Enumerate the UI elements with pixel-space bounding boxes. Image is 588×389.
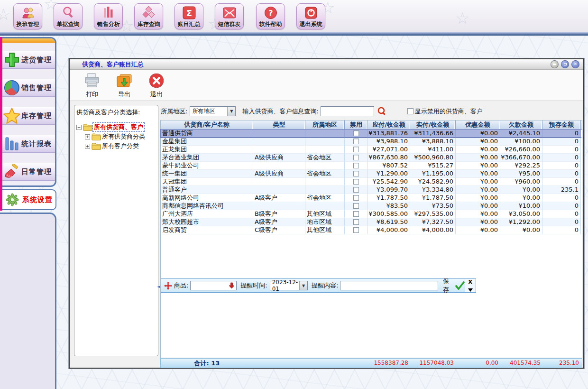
cell-name: 统一集团 xyxy=(161,170,253,178)
save-button[interactable]: 保存 xyxy=(443,277,455,294)
disable-checkbox[interactable] xyxy=(353,203,359,209)
cell-discount: ¥0.00 xyxy=(456,186,500,194)
expand-icon[interactable]: + xyxy=(85,134,90,139)
chevron-down-icon[interactable]: ▼ xyxy=(227,107,235,116)
disable-checkbox[interactable] xyxy=(353,171,359,176)
sidebar-item-4[interactable]: 统计报表 xyxy=(2,135,55,153)
cell-prepaid: 0 xyxy=(542,154,581,162)
cell-disabled xyxy=(345,226,368,234)
close-button[interactable]: ✕ xyxy=(571,60,579,68)
column-header[interactable]: 供货商/客户名称 xyxy=(161,120,253,129)
search-input[interactable] xyxy=(321,106,374,116)
disable-checkbox[interactable] xyxy=(353,155,359,160)
column-header[interactable]: 预存金额 xyxy=(542,120,581,129)
product-input[interactable] xyxy=(190,281,237,290)
sidebar-item-5[interactable]: 日常管理 xyxy=(2,163,55,181)
disable-checkbox[interactable] xyxy=(353,227,359,233)
top-button-6[interactable]: 短信群发 xyxy=(215,3,244,29)
show-disabled-checkbox[interactable] xyxy=(407,108,413,114)
popup-collapse-icon[interactable] xyxy=(468,288,473,292)
top-button-4[interactable]: 库存查询 xyxy=(134,3,163,29)
table-row[interactable]: 普通供货商¥313,881.76¥311,436.66¥0.00¥2,445.1… xyxy=(161,130,582,138)
product-label: 商品: xyxy=(174,281,188,290)
top-button-3[interactable]: 销售分析 xyxy=(94,3,123,29)
sidebar-item-1[interactable]: 进货管理 xyxy=(2,51,55,69)
chevron-down-icon[interactable]: ▼ xyxy=(299,281,307,290)
disable-checkbox[interactable] xyxy=(353,219,359,225)
splitter-arrow-icon[interactable]: ◄ xyxy=(157,284,160,289)
cell-disabled xyxy=(345,154,368,162)
cell-region: 省会地区 xyxy=(305,154,345,162)
disable-checkbox[interactable] xyxy=(353,147,359,152)
table-row[interactable]: 商都信息网络咨讯公司¥83.50¥73.50¥0.00¥10.000 xyxy=(161,202,582,210)
reminder-date-select[interactable]: 2023-12-01 ▼ xyxy=(270,281,308,290)
table-row[interactable]: 统一集团A级供应商省会地区¥1,290.00¥1,195.00¥0.00¥95.… xyxy=(161,170,582,178)
table-row[interactable]: 普通客户¥3,099.70¥3,334.80¥0.00¥0.00235.1 xyxy=(161,186,582,194)
cell-discount: ¥0.00 xyxy=(456,154,500,162)
exit-button[interactable]: 退出 xyxy=(143,70,170,101)
cell-type xyxy=(253,178,305,186)
sidebar-item-3[interactable]: 库存管理 xyxy=(2,107,55,125)
table-row[interactable]: 天冠集团¥25,542.90¥24,582.90¥0.00¥960.000 xyxy=(161,178,582,186)
sidebar-item-system-settings[interactable]: 系统设置 xyxy=(2,189,56,210)
cell-payable: ¥27,071.00 xyxy=(368,146,410,154)
table-row[interactable]: 郑大校园超市A级客户地市区域¥8,619.50¥7,327.50¥0.00¥1,… xyxy=(161,218,582,226)
table-row[interactable]: 广州大酒店B级客户其他区域¥300,585.00¥297,535.00¥0.00… xyxy=(161,210,582,218)
tree-child-node-1[interactable]: +所有供货商分类 xyxy=(85,132,156,141)
column-header[interactable]: 欠款金额 xyxy=(500,120,542,129)
table-row[interactable]: 茅台酒业集团A级供应商省会地区¥867,630.80¥500,960.80¥0.… xyxy=(161,154,582,162)
move-cross-icon[interactable] xyxy=(164,282,172,290)
table-row[interactable]: 蒙牛奶业公司¥807.52¥515.27¥0.00¥292.250 xyxy=(161,162,582,170)
sms-icon xyxy=(215,6,243,20)
column-header[interactable]: 禁用 xyxy=(345,120,368,129)
column-header[interactable]: 实付/收金额 xyxy=(410,120,456,129)
top-button-2[interactable]: 单据查询 xyxy=(54,3,83,29)
disable-checkbox[interactable] xyxy=(353,130,359,136)
disable-checkbox[interactable] xyxy=(353,187,359,193)
table-row[interactable]: 高新网络公司A级客户省会地区¥1,787.50¥1,787.50¥0.00¥0.… xyxy=(161,194,582,202)
sidebar-item-2[interactable]: 销售管理 xyxy=(2,79,55,97)
green-check-icon[interactable] xyxy=(455,281,465,290)
top-button-1[interactable]: 换班管理 xyxy=(13,3,42,29)
disable-checkbox[interactable] xyxy=(353,179,359,185)
folder-icon xyxy=(92,143,101,150)
popup-close-icon[interactable]: X xyxy=(469,279,472,285)
top-button-5[interactable]: Σ账目汇总 xyxy=(175,3,203,29)
window-titlebar: 供货商、客户账目汇总 ▬ ✕ xyxy=(70,59,583,70)
cell-debt: ¥2,445.10 xyxy=(500,130,542,138)
star-icon xyxy=(2,108,21,124)
tree-child-node-2[interactable]: +所有客户分类 xyxy=(85,141,156,151)
cell-type xyxy=(253,202,305,210)
region-select[interactable]: 所有地区 ▼ xyxy=(190,106,236,116)
disable-checkbox[interactable] xyxy=(353,195,359,201)
column-header[interactable]: 优惠金额 xyxy=(456,120,500,129)
search-red-icon[interactable] xyxy=(377,107,386,116)
disable-checkbox[interactable] xyxy=(353,211,359,217)
expand-icon[interactable]: + xyxy=(85,144,90,149)
disable-checkbox[interactable] xyxy=(353,139,359,144)
minimize-button[interactable]: ▬ xyxy=(551,60,559,68)
top-button-7[interactable]: ?软件帮助 xyxy=(256,3,285,29)
cell-disabled xyxy=(345,146,368,154)
maximize-button[interactable] xyxy=(561,60,569,68)
column-header[interactable]: 类型 xyxy=(253,120,305,129)
cell-prepaid: 0 xyxy=(542,194,581,202)
column-header[interactable]: 所属地区 xyxy=(305,120,345,129)
collapse-icon[interactable]: − xyxy=(76,125,82,130)
cell-prepaid: 0 xyxy=(542,218,581,226)
cell-discount: ¥0.00 xyxy=(456,210,500,218)
cell-debt: ¥0.00 xyxy=(500,194,542,202)
column-header[interactable]: 应付/收金额 xyxy=(368,120,410,129)
export-button[interactable]: 导出 xyxy=(110,70,138,101)
reminder-content-input[interactable] xyxy=(340,281,438,290)
tree-root-node[interactable]: − 所有供货商、客户 xyxy=(76,122,156,132)
top-button-8[interactable]: 退出系统 xyxy=(296,3,325,29)
cell-name: 正龙集团 xyxy=(161,146,253,154)
cell-disabled xyxy=(345,186,368,194)
table-row[interactable]: 正龙集团¥27,071.00¥411.00¥0.00¥26,660.000 xyxy=(161,146,582,154)
red-down-arrow-icon[interactable] xyxy=(229,282,235,289)
table-row[interactable]: 金星集团¥3,988.10¥3,888.10¥0.00¥100.000 xyxy=(161,138,582,146)
table-row[interactable]: 启发商贸C级客户其他区域¥4,000.00¥4,000.00¥0.00¥0.00… xyxy=(161,226,582,234)
print-button[interactable]: 打印 xyxy=(78,70,106,101)
disable-checkbox[interactable] xyxy=(353,163,359,168)
